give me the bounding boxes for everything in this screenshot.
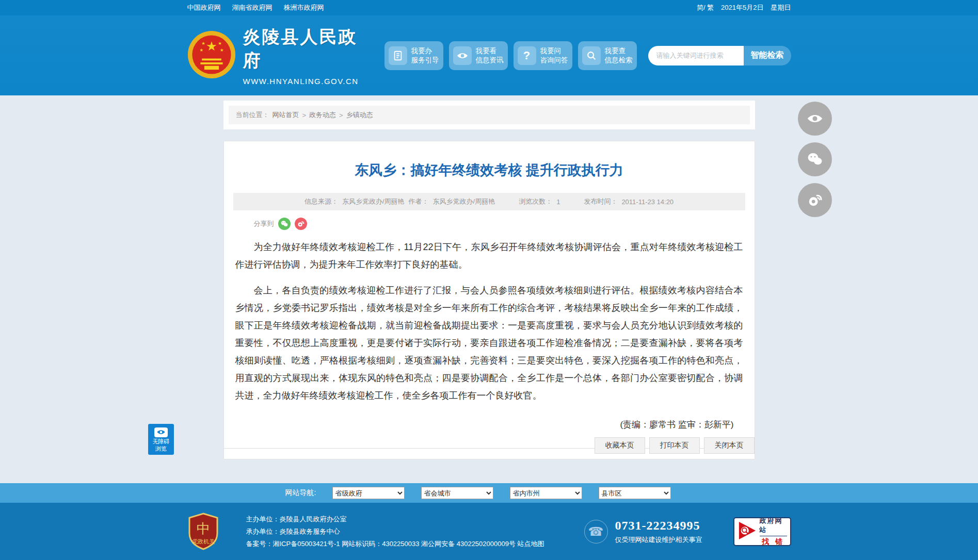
- meta-author-value: 东风乡党政办/周丽艳: [433, 197, 495, 206]
- search-bar: 智能检索: [648, 46, 791, 65]
- select-provincial-gov[interactable]: 省级政府: [332, 487, 405, 499]
- service-label: 我要看: [476, 46, 504, 56]
- service-button-search[interactable]: 我要查 信息检索: [578, 41, 637, 70]
- close-page-button[interactable]: 关闭本页: [704, 437, 755, 454]
- svg-text:★: ★: [199, 47, 203, 53]
- service-sublabel: 信息资讯: [476, 56, 504, 65]
- svg-text:★: ★: [206, 39, 217, 53]
- article-byline: (责编：廖常书 监审：彭新平): [233, 419, 745, 431]
- breadcrumb-separator: >: [302, 111, 307, 119]
- question-icon: ?: [518, 46, 536, 65]
- party-gov-badge-icon[interactable]: 中 党政机关: [187, 513, 219, 551]
- footer-phone: 0731-22234995: [615, 519, 702, 533]
- phone-icon: ☎: [584, 520, 608, 543]
- svg-text:★: ★: [219, 47, 223, 53]
- service-sublabel: 咨询问答: [540, 56, 568, 65]
- wechat-icon[interactable]: [798, 142, 832, 176]
- topbar: 中国政府网 湖南省政府网 株洲市政府网 简/ 繁 2021年5月2日 星期日: [0, 0, 978, 15]
- lang-toggle[interactable]: 简/ 繁: [697, 3, 714, 12]
- accessibility-eye-icon: [154, 427, 168, 437]
- select-counties[interactable]: 县市区: [599, 487, 671, 499]
- error-magnifier-icon: [737, 519, 757, 544]
- article-paragraph: 为全力做好年终绩效考核迎检工作，11月22日下午，东风乡召开年终绩效考核协调评估…: [233, 238, 745, 273]
- breadcrumb-news[interactable]: 政务动态: [309, 110, 336, 120]
- link-zhuzhou-gov[interactable]: 株洲市政府网: [284, 3, 324, 12]
- service-sublabel: 信息检索: [605, 56, 633, 65]
- service-button-ask[interactable]: ? 我要问 咨询问答: [514, 41, 572, 70]
- breadcrumb-separator: >: [339, 111, 343, 119]
- select-province-cities[interactable]: 省内市州: [510, 487, 582, 499]
- error-badge-line2: 找 错: [762, 537, 784, 547]
- service-label: 我要问: [540, 46, 568, 56]
- svg-text:★: ★: [201, 41, 205, 46]
- service-button-apply[interactable]: 我要办 服务引导: [384, 41, 443, 70]
- national-emblem-icon: ★ ★ ★ ★ ★: [187, 30, 236, 81]
- nav-label: 网站导航:: [285, 488, 316, 498]
- article-paragraph: 会上，各自负责的绩效考核迎检工作进行了汇报，与会人员参照各项绩效考核细则进行评估…: [233, 282, 745, 404]
- meta-source-label: 信息来源：: [304, 197, 338, 206]
- article-title: 东风乡：搞好年终绩效考核 提升行政执行力: [233, 161, 745, 179]
- eye-icon: [453, 46, 472, 65]
- site-title: 炎陵县人民政府: [243, 25, 370, 73]
- search-input[interactable]: [648, 46, 744, 65]
- breadcrumb: 当前位置： 网站首页 > 政务动态 > 乡镇动态: [229, 106, 750, 124]
- topbar-links: 中国政府网 湖南省政府网 株洲市政府网: [187, 3, 324, 12]
- footer-organizer-line: 主办单位：炎陵县人民政府办公室: [246, 513, 544, 525]
- svg-text:党政机关: 党政机关: [192, 538, 215, 545]
- site-url: WWW.HNYANLING.GOV.CN: [243, 77, 370, 86]
- link-china-gov[interactable]: 中国政府网: [187, 3, 221, 12]
- service-label: 我要查: [605, 46, 633, 56]
- sitemap-link[interactable]: 站点地图: [518, 540, 544, 548]
- link-hunan-gov[interactable]: 湖南省政府网: [232, 3, 272, 12]
- meta-time-label: 发布时间：: [584, 197, 617, 206]
- accessibility-label-line2: 浏览: [155, 446, 167, 452]
- meta-time-value: 2011-11-23 14:20: [621, 198, 674, 206]
- site-footer: 中 党政机关 主办单位：炎陵县人民政府办公室 承办单位：炎陵县政务服务中心 备案…: [0, 503, 978, 560]
- site-nav-strip: 网站导航: 省级政府 省会城市 省内市州 县市区: [0, 483, 978, 503]
- share-weibo-icon[interactable]: [295, 218, 307, 230]
- article-meta: 信息来源：东风乡党政办/周丽艳 作者：东风乡党政办/周丽艳 浏览次数：1 发布时…: [233, 193, 745, 210]
- select-capital-cities[interactable]: 省会城市: [421, 487, 493, 499]
- meta-source-value: 东风乡党政办/周丽艳: [342, 197, 405, 206]
- print-page-button[interactable]: 打印本页: [649, 437, 700, 454]
- service-label: 我要办: [411, 46, 439, 56]
- article-card: 东风乡：搞好年终绩效考核 提升行政执行力 信息来源：东风乡党政办/周丽艳 作者：…: [223, 141, 755, 459]
- weekday-text: 星期日: [771, 3, 791, 12]
- footer-phone-note: 仅受理网站建设维护相关事宜: [615, 535, 702, 545]
- share-label: 分享到: [254, 219, 274, 228]
- footer-host-line: 承办单位：炎陵县政务服务中心: [246, 525, 544, 538]
- breadcrumb-township[interactable]: 乡镇动态: [346, 110, 373, 120]
- error-badge-line1: 政府网站: [760, 516, 787, 536]
- service-button-view[interactable]: 我要看 信息资讯: [449, 41, 508, 70]
- floating-toolbar: [798, 102, 832, 217]
- site-logo[interactable]: ★ ★ ★ ★ ★ 炎陵县人民政府 WWW.HNYANLING.GOV.CN: [187, 25, 370, 86]
- accessibility-label-line1: 无障碍: [153, 438, 170, 444]
- meta-author-label: 作者：: [409, 197, 429, 206]
- meta-views-value: 1: [556, 198, 560, 206]
- reading-eye-icon[interactable]: [798, 102, 832, 136]
- favorite-page-button[interactable]: 收藏本页: [595, 437, 645, 454]
- gov-site-error-report-badge[interactable]: 政府网站 找 错: [733, 517, 791, 546]
- meta-views-label: 浏览次数：: [519, 197, 552, 206]
- service-sublabel: 服务引导: [411, 56, 439, 65]
- accessibility-browse-button[interactable]: 无障碍 浏览: [148, 424, 174, 455]
- share-wechat-icon[interactable]: [278, 218, 291, 230]
- smart-search-button[interactable]: 智能检索: [744, 46, 791, 65]
- svg-text:★: ★: [218, 41, 222, 46]
- document-icon: [389, 46, 407, 65]
- site-header: ★ ★ ★ ★ ★ 炎陵县人民政府 WWW.HNYANLING.GOV.CN: [0, 15, 978, 95]
- svg-text:中: 中: [197, 521, 210, 536]
- footer-icp-line: 备案号：湘ICP备05003421号-1 网站标识码：4302250033 湘公…: [246, 538, 544, 550]
- breadcrumb-home[interactable]: 网站首页: [272, 110, 299, 120]
- breadcrumb-label: 当前位置：: [236, 110, 269, 120]
- search-icon: [582, 46, 601, 65]
- weibo-icon[interactable]: [798, 183, 832, 217]
- date-text: 2021年5月2日: [721, 3, 763, 12]
